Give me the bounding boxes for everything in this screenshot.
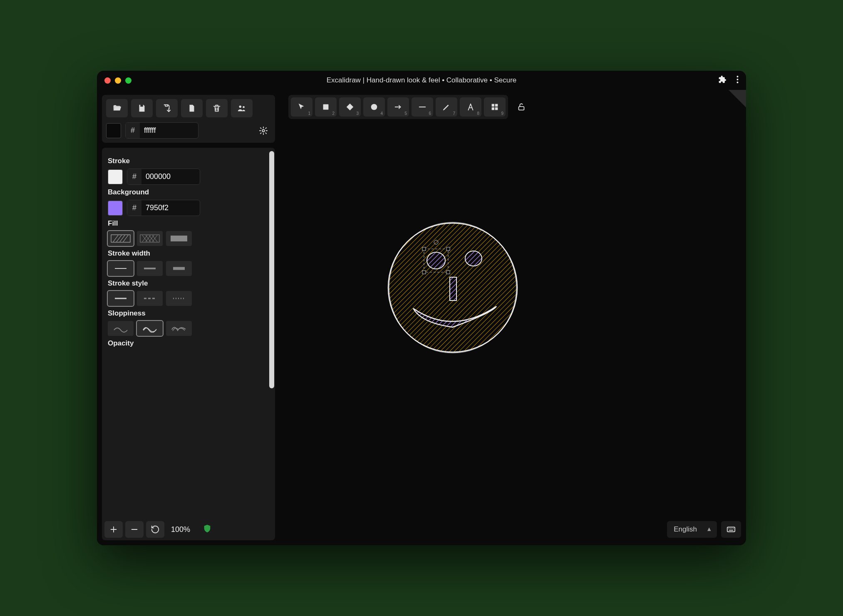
svg-rect-45 (422, 247, 426, 251)
svg-point-15 (262, 129, 265, 132)
svg-rect-30 (171, 236, 187, 241)
opacity-label: Opacity (108, 339, 269, 348)
settings-button[interactable] (256, 123, 271, 138)
background-color-input[interactable] (141, 200, 200, 216)
svg-point-13 (239, 106, 242, 108)
svg-point-0 (737, 76, 739, 77)
svg-rect-53 (727, 527, 735, 532)
svg-marker-4 (347, 104, 354, 111)
svg-rect-11 (495, 107, 498, 110)
zoom-in-button[interactable] (104, 521, 123, 538)
svg-point-41 (465, 251, 482, 266)
tool-ellipse[interactable]: 4 (363, 97, 385, 117)
svg-rect-43 (450, 277, 456, 301)
zoom-reset-button[interactable] (146, 521, 164, 538)
stroke-style-solid-button[interactable] (108, 291, 134, 306)
stroke-color-input[interactable] (141, 169, 200, 184)
hash-label: # (127, 169, 141, 184)
tool-text[interactable]: 8 (460, 97, 481, 117)
hash-label: # (127, 200, 141, 216)
svg-point-42 (427, 252, 445, 269)
background-color-swatch[interactable] (108, 201, 123, 216)
language-selected-label: English (674, 525, 697, 533)
canvas-color-input[interactable] (140, 123, 198, 138)
svg-rect-9 (495, 104, 498, 107)
svg-rect-46 (446, 247, 450, 251)
titlebar: Excalidraw | Hand-drawn look & feel • Co… (97, 71, 746, 90)
window-controls (104, 77, 131, 84)
svg-point-14 (243, 106, 245, 108)
tool-selection[interactable]: 1 (291, 97, 312, 117)
svg-point-5 (371, 104, 377, 110)
tool-diamond[interactable]: 3 (339, 97, 361, 117)
svg-point-1 (737, 79, 739, 80)
stroke-width-thin-button[interactable] (108, 261, 134, 276)
left-sidebar: # Stroke # Bac (97, 90, 280, 545)
sloppiness-artist-button[interactable] (137, 321, 163, 336)
language-select[interactable]: English (667, 521, 717, 538)
app-window: Excalidraw | Hand-drawn look & feel • Co… (97, 71, 746, 545)
stroke-style-dashed-button[interactable] (137, 291, 163, 306)
zoom-controls: 100% (102, 519, 197, 540)
element-properties-panel: Stroke # Background # Fill (102, 148, 275, 540)
fill-solid-button[interactable] (166, 231, 192, 246)
svg-rect-47 (422, 271, 426, 274)
fill-crosshatch-button[interactable] (137, 231, 163, 246)
close-window-button[interactable] (104, 77, 111, 84)
stroke-label: Stroke (108, 157, 269, 165)
extensions-icon[interactable] (718, 75, 726, 85)
tool-library[interactable]: 9 (484, 97, 506, 117)
canvas[interactable] (280, 90, 746, 545)
open-button[interactable] (106, 99, 128, 117)
stroke-width-thick-button[interactable] (166, 261, 192, 276)
canvas-color-input-wrap: # (125, 122, 198, 139)
svg-rect-3 (323, 104, 329, 110)
fill-label: Fill (108, 219, 269, 228)
svg-point-2 (737, 82, 739, 83)
more-menu-icon[interactable] (736, 75, 739, 85)
export-button[interactable] (181, 99, 203, 117)
save-as-button[interactable] (156, 99, 178, 117)
github-corner[interactable] (729, 90, 746, 107)
app-body: 1 2 3 4 5 (97, 90, 746, 545)
lock-toggle[interactable] (513, 99, 530, 115)
sloppiness-cartoonist-button[interactable] (166, 321, 192, 336)
zoom-value[interactable]: 100% (167, 525, 194, 534)
minimize-window-button[interactable] (115, 77, 121, 84)
save-button[interactable] (131, 99, 153, 117)
encryption-shield-icon[interactable] (203, 524, 212, 535)
svg-rect-12 (519, 107, 524, 110)
collaborate-button[interactable] (231, 99, 253, 117)
sloppiness-label: Sloppiness (108, 309, 269, 318)
window-title: Excalidraw | Hand-drawn look & feel • Co… (97, 76, 746, 84)
shape-toolbar: 1 2 3 4 5 (288, 95, 530, 119)
bottom-bar: 100% English (102, 519, 741, 540)
stroke-style-dotted-button[interactable] (166, 291, 192, 306)
keyboard-shortcuts-button[interactable] (721, 521, 741, 538)
svg-rect-48 (446, 271, 450, 274)
tool-line[interactable]: 6 (412, 97, 433, 117)
hash-label: # (126, 123, 140, 138)
sloppiness-architect-button[interactable] (108, 321, 134, 336)
maximize-window-button[interactable] (125, 77, 131, 84)
zoom-out-button[interactable] (125, 521, 144, 538)
svg-rect-10 (492, 107, 494, 110)
tool-arrow[interactable]: 5 (387, 97, 409, 117)
stroke-style-label: Stroke style (108, 279, 269, 288)
properties-scrollbar[interactable] (269, 151, 274, 388)
stroke-width-medium-button[interactable] (137, 261, 163, 276)
background-label: Background (108, 188, 269, 196)
drawing-smiley[interactable] (384, 219, 521, 358)
clear-canvas-button[interactable] (206, 99, 228, 117)
canvas-color-swatch[interactable] (106, 123, 121, 138)
file-actions-panel: # (102, 95, 275, 143)
svg-rect-8 (492, 104, 494, 107)
tool-freedraw[interactable]: 7 (436, 97, 457, 117)
stroke-width-label: Stroke width (108, 249, 269, 258)
stroke-color-swatch[interactable] (108, 169, 123, 184)
tool-rectangle[interactable]: 2 (315, 97, 337, 117)
fill-hachure-button[interactable] (108, 231, 134, 246)
